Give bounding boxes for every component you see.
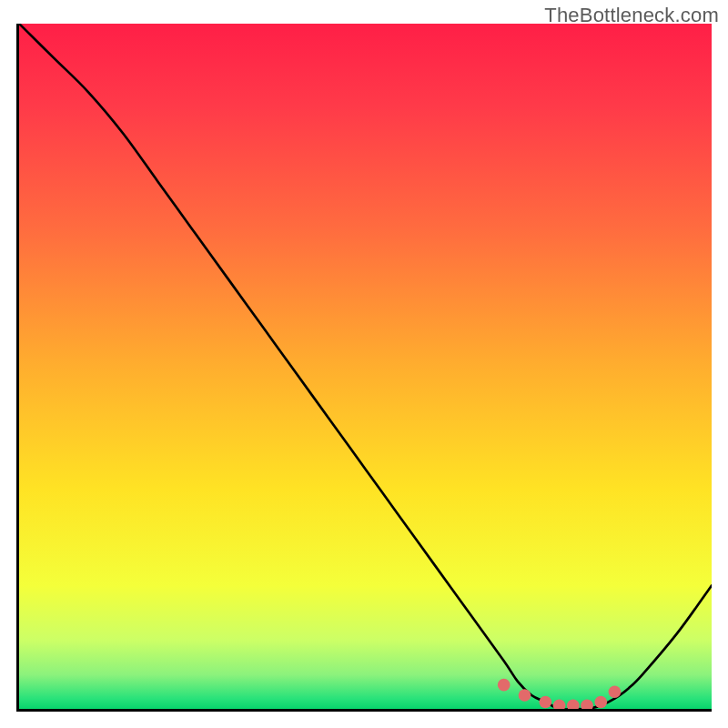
plot-area — [16, 24, 712, 712]
marker-dot — [519, 689, 531, 702]
bottom-markers — [498, 679, 621, 709]
marker-dot — [594, 696, 607, 709]
marker-dot — [553, 699, 566, 709]
bottleneck-curve — [19, 24, 712, 709]
curve-layer — [19, 24, 712, 709]
marker-dot — [540, 696, 552, 709]
marker-dot — [567, 699, 580, 709]
marker-dot — [609, 685, 622, 698]
marker-dot — [498, 679, 511, 692]
chart-frame: TheBottleneck.com — [0, 0, 728, 728]
marker-dot — [581, 699, 593, 709]
